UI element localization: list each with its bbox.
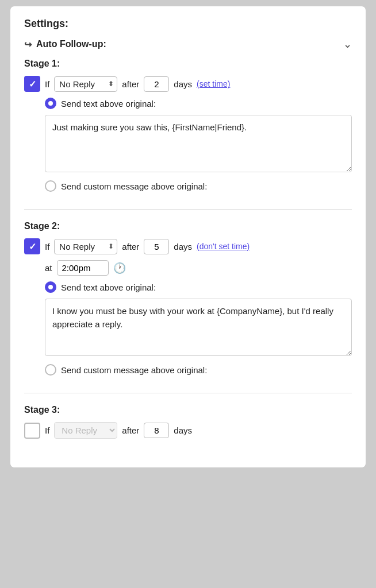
stage-2-radio1-label: Send text above original: [61, 283, 156, 292]
stage-3-after-label: after [122, 425, 139, 435]
stage-1-days-label: days [174, 79, 192, 89]
stage-3-reply-select: No Reply [54, 422, 117, 439]
collapse-chevron-icon[interactable]: ⌄ [343, 38, 352, 51]
stage-2-message-textarea[interactable]: I know you must be busy with your work a… [45, 299, 352, 356]
stage-2-block: Stage 2: ✓ If No Reply Replied Clicked O… [24, 221, 352, 393]
stage-2-radio1-row: Send text above original: [45, 281, 352, 293]
stage-2-radio2-row: Send custom message above original: [45, 364, 352, 376]
stage-3-block: Stage 3: If No Reply after days [24, 405, 352, 456]
stage-1-reply-select-wrapper: No Reply Replied Clicked Opened [54, 76, 117, 92]
stage-2-reply-select[interactable]: No Reply Replied Clicked Opened [54, 239, 117, 254]
clock-icon: 🕐 [113, 262, 126, 274]
stage-1-reply-select[interactable]: No Reply Replied Clicked Opened [54, 76, 117, 92]
stage-2-textarea-wrapper: I know you must be busy with your work a… [45, 299, 352, 358]
stage-2-radio2-label: Send custom message above original: [61, 365, 207, 375]
stage-2-radio2-btn[interactable] [45, 364, 56, 376]
stage-1-textarea-wrapper: Just making sure you saw this, {FirstNam… [45, 115, 352, 175]
stage-2-checkmark: ✓ [29, 241, 36, 252]
stage-1-condition-row: ✓ If No Reply Replied Clicked Opened aft… [24, 76, 352, 92]
stage-1-message-textarea[interactable]: Just making sure you saw this, {FirstNam… [45, 115, 352, 172]
stage-1-checkmark: ✓ [29, 79, 36, 90]
auto-followup-label: Auto Follow-up: [36, 39, 106, 49]
stage-3-title: Stage 3: [24, 405, 352, 415]
stage-2-at-label: at [45, 263, 52, 273]
stage-2-days-input[interactable] [144, 239, 169, 254]
stage-2-condition-row: ✓ If No Reply Replied Clicked Opened aft… [24, 238, 352, 254]
followup-arrow-icon: ↪ [24, 39, 32, 50]
stage-2-time-input[interactable] [57, 260, 109, 276]
stage-1-radio2-btn[interactable] [45, 180, 56, 192]
stage-2-checkbox[interactable]: ✓ [24, 238, 40, 254]
stage-2-if-label: If [45, 242, 49, 252]
auto-followup-label-group: ↪ Auto Follow-up: [24, 39, 106, 50]
stage-2-radio1-btn[interactable] [45, 281, 56, 293]
stage-3-checkbox[interactable] [24, 423, 40, 439]
stage-3-days-input[interactable] [144, 423, 169, 438]
stage-1-checkbox[interactable]: ✓ [24, 76, 40, 92]
auto-followup-header: ↪ Auto Follow-up: ⌄ [24, 38, 352, 51]
stage-1-radio2-row: Send custom message above original: [45, 180, 352, 192]
settings-panel: Settings: ↪ Auto Follow-up: ⌄ Stage 1: ✓… [10, 6, 366, 468]
stage-3-condition-row: If No Reply after days [24, 422, 352, 439]
stage-2-days-label: days [174, 242, 192, 252]
stage-1-radio1-row: Send text above original: [45, 98, 352, 109]
stage-1-time-link[interactable]: (set time) [197, 79, 230, 88]
stage-3-days-label: days [174, 425, 192, 435]
stage-2-time-row: at 🕐 [45, 260, 352, 276]
stage-2-time-link[interactable]: (don't set time) [197, 242, 250, 251]
stage-1-title: Stage 1: [24, 59, 352, 69]
stage-2-title: Stage 2: [24, 221, 352, 231]
stage-2-reply-select-wrapper: No Reply Replied Clicked Opened [54, 239, 117, 254]
stage-1-block: Stage 1: ✓ If No Reply Replied Clicked O… [24, 59, 352, 210]
stage-3-if-label: If [45, 425, 49, 435]
stage-1-if-label: If [45, 79, 49, 89]
panel-title: Settings: [24, 18, 352, 30]
stage-1-radio2-label: Send custom message above original: [61, 181, 207, 191]
stage-1-days-input[interactable] [144, 76, 169, 92]
stage-1-after-label: after [122, 79, 139, 89]
stage-2-after-label: after [122, 242, 139, 252]
stage-1-radio1-label: Send text above original: [61, 99, 156, 109]
stage-1-radio1-btn[interactable] [45, 98, 56, 109]
